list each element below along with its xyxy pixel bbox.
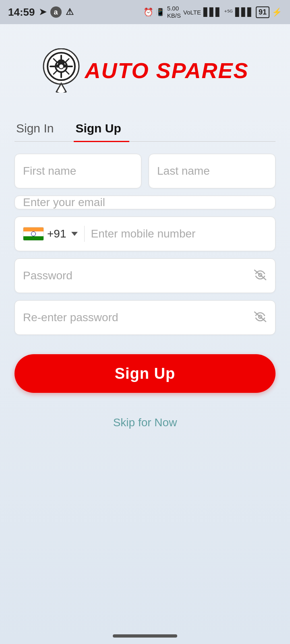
svg-point-14 bbox=[59, 64, 63, 68]
battery-display: 91 bbox=[256, 6, 269, 18]
india-flag-icon bbox=[23, 227, 44, 241]
eye-toggle2-icon[interactable] bbox=[253, 311, 267, 325]
status-time-area: 14:59 ➤ a ⚠ bbox=[8, 6, 74, 19]
home-indicator bbox=[113, 634, 177, 638]
eye-toggle-icon[interactable] bbox=[253, 269, 267, 283]
vertical-divider bbox=[84, 226, 85, 242]
email-field-wrap[interactable] bbox=[14, 196, 276, 209]
logo-area: AUTO SPARES bbox=[41, 48, 249, 93]
tab-signup[interactable]: Sign Up bbox=[74, 118, 129, 142]
main-content: AUTO SPARES Sign In Sign Up bbox=[0, 24, 290, 445]
mobile-input[interactable] bbox=[91, 227, 267, 240]
signup-form: +91 bbox=[14, 154, 276, 429]
fiveg-icon: ⁺⁵ᴳ bbox=[224, 8, 233, 16]
repassword-field-wrap[interactable] bbox=[14, 300, 276, 335]
alarm-icon: ⏰ bbox=[143, 7, 153, 17]
status-bar: 14:59 ➤ a ⚠ ⏰ 📳 5.00KB/S VoLTE ▋▋▋ ⁺⁵ᴳ ▋… bbox=[0, 0, 290, 24]
flag-green bbox=[23, 236, 44, 240]
volte-icon: VoLTE bbox=[183, 9, 201, 16]
country-code: +91 bbox=[47, 227, 66, 240]
firstname-field-wrap[interactable] bbox=[14, 154, 141, 188]
status-icons-area: ⏰ 📳 5.00KB/S VoLTE ▋▋▋ ⁺⁵ᴳ ▋▋▋ 91 ⚡ bbox=[143, 5, 282, 19]
lastname-input[interactable] bbox=[157, 165, 267, 178]
location-icon: ➤ bbox=[39, 7, 46, 17]
flag-white bbox=[23, 231, 44, 236]
repassword-input[interactable] bbox=[23, 311, 253, 324]
signal2-icon: ▋▋▋ bbox=[235, 7, 253, 17]
ashoka-chakra bbox=[31, 231, 36, 236]
warning-icon: ⚠ bbox=[66, 7, 74, 17]
signal-icon: ▋▋▋ bbox=[203, 7, 222, 17]
phone-field-wrap[interactable]: +91 bbox=[14, 217, 276, 251]
account-icon: a bbox=[50, 6, 62, 18]
charging-icon: ⚡ bbox=[272, 7, 282, 17]
country-selector[interactable]: +91 bbox=[23, 227, 78, 241]
name-row bbox=[14, 154, 276, 188]
skip-link[interactable]: Skip for Now bbox=[14, 416, 276, 429]
email-input[interactable] bbox=[23, 196, 267, 209]
lastname-field-wrap[interactable] bbox=[149, 154, 276, 188]
password-input[interactable] bbox=[23, 269, 253, 282]
flag-orange bbox=[23, 227, 44, 231]
signup-button[interactable]: Sign Up bbox=[14, 354, 276, 393]
logo-icon bbox=[41, 48, 81, 93]
app-name: AUTO SPARES bbox=[85, 58, 249, 83]
vibrate-icon: 📳 bbox=[156, 8, 165, 17]
password-field-wrap[interactable] bbox=[14, 258, 276, 293]
tab-signin[interactable]: Sign In bbox=[14, 118, 62, 142]
logo-pin-svg bbox=[41, 48, 81, 93]
data-speed: 5.00KB/S bbox=[167, 5, 181, 19]
time-display: 14:59 bbox=[8, 6, 35, 19]
firstname-input[interactable] bbox=[23, 165, 133, 178]
chevron-down-icon bbox=[71, 232, 78, 236]
auth-tabs: Sign In Sign Up bbox=[14, 117, 276, 142]
